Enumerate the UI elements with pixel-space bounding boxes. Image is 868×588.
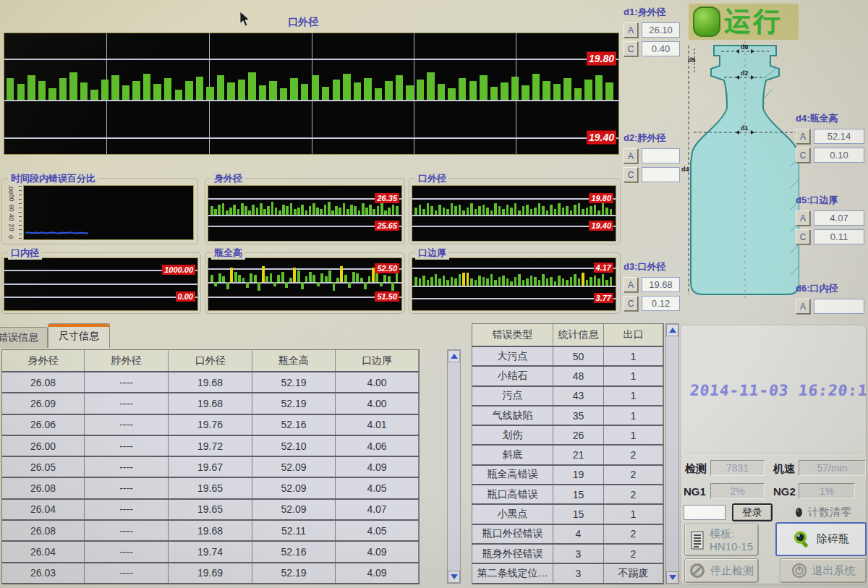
dim-value-c[interactable]: 0.12 [642,296,680,311]
dim-value-a[interactable] [814,299,864,314]
dim-key-a[interactable]: A [624,277,638,292]
table-row[interactable]: 26.09----19.6852.194.00 [2,393,419,414]
dim-key-a[interactable]: A [796,129,810,144]
dim-key-a[interactable]: A [624,148,638,163]
chart-bar [59,78,67,100]
dim-value-c[interactable]: 0.10 [814,148,864,163]
dim-key-c[interactable]: C [624,296,638,311]
ng1-label: NG1 [684,485,706,498]
scroll-up-button[interactable] [666,324,678,336]
dim-key-a[interactable]: A [796,210,810,226]
dim-value-a[interactable]: 4.07 [814,210,864,226]
dim-value-c[interactable]: 0.11 [814,229,864,244]
chart-bar [372,268,375,282]
table-row[interactable]: 26.03----19.6952.194.09 [2,563,419,584]
table-row[interactable]: 小黑点151 [472,505,663,524]
chart-bar [294,209,297,215]
run-status-lamp-icon [693,7,720,37]
column-header[interactable]: 脖外径 [85,350,169,371]
scroll-down-button[interactable] [666,571,678,584]
table-cell: 15 [553,485,604,503]
chart-bar [526,278,529,286]
table-row[interactable]: 斜底212 [472,446,663,465]
lip-chart-title: 口边厚 [415,247,449,260]
chart-bar [301,282,304,289]
chart-bar [101,80,109,100]
mouth-id-chart-plot: 1000.00 0.00 [4,257,198,311]
dim-value-c[interactable]: 0.40 [642,41,680,56]
table-row[interactable]: 26.05----19.6752.094.09 [2,457,419,478]
table-row[interactable]: 26.08----19.6852.194.00 [2,372,419,393]
dim-value-a[interactable] [642,148,680,163]
dim-value-a[interactable]: 19.68 [642,277,680,292]
column-header[interactable]: 瓶全高 [252,350,336,371]
lower-limit-label: 0.00 [176,291,195,302]
scroll-up-button[interactable] [448,350,460,362]
chart-bar [448,88,455,100]
column-header[interactable]: 身外径 [2,350,85,371]
table-row[interactable]: 大污点501 [472,347,663,367]
exit-system-button[interactable]: 退出系统 [780,558,867,583]
lower-limit-label: 51.50 [375,291,399,302]
chart-bar [210,275,213,282]
counter-reset-button[interactable]: 计数清零 [783,503,864,521]
dim-key-a[interactable]: A [796,299,810,314]
table-row[interactable]: 瓶口外径错误42 [472,525,663,545]
template-button[interactable]: 模板:HN10-15 [684,524,759,556]
scroll-down-button[interactable] [448,571,460,583]
column-header[interactable]: 统计信息 [553,324,604,346]
dim-key-a[interactable]: A [624,22,638,38]
stop-icon [689,563,705,579]
tab-error-info[interactable]: 错误信息 [0,327,48,348]
detect-label: 检测 [685,462,707,476]
login-button[interactable]: 登录 [732,503,773,521]
chart-bar [518,210,521,215]
dim-key-c[interactable]: C [796,148,810,163]
remove-broken-bottle-button[interactable]: 除碎瓶 [775,522,867,556]
column-header[interactable]: 口边厚 [336,350,419,371]
chart-bar [336,278,339,282]
column-header[interactable]: 出口 [604,324,663,346]
table-row[interactable]: 26.04----19.7452.164.09 [2,542,419,563]
chart-bar [281,272,284,282]
chart-bar [348,282,351,288]
table-row[interactable]: 瓶全高错误192 [472,466,663,485]
table-row[interactable]: 污点431 [472,387,663,406]
error-table-scrollbar[interactable] [665,323,679,584]
table-row[interactable]: 瓶口高错误152 [472,485,663,505]
dim-value-a[interactable]: 26.10 [642,22,680,38]
column-header[interactable]: 口外径 [169,350,252,371]
axis-tick-marks [19,186,22,240]
chart-bar [538,203,541,215]
column-header[interactable]: 错误类型 [472,324,553,346]
table-row[interactable]: 26.00----19.7252.104.06 [2,436,419,457]
chart-bar [90,90,98,100]
stop-detection-button[interactable]: 停止检测 [684,558,759,583]
table-row[interactable]: 26.08----19.6852.114.05 [2,521,419,542]
table-row[interactable]: 26.04----19.6552.094.07 [2,500,419,521]
dim-key-c[interactable]: C [624,41,638,56]
chart-bar [490,274,493,286]
table-cell: 4.00 [336,393,419,413]
chart-bar [522,85,529,100]
error-table: 错误类型统计信息出口大污点501小结石481污点431气线缺陷351划伤261斜… [472,323,664,584]
table-row[interactable]: 划伤261 [472,426,663,446]
size-table-scrollbar[interactable] [447,349,461,584]
table-row[interactable]: 瓶身外径错误32 [472,545,663,564]
chart-bar [335,206,338,215]
chart-bar [238,275,241,282]
table-row[interactable]: 气线缺陷351 [472,406,663,426]
chart-bar [550,205,553,215]
dim-value-a[interactable]: 52.14 [814,129,864,144]
dim-key-c[interactable]: C [796,229,810,244]
table-row[interactable]: 26.08----19.6552.094.05 [2,478,419,499]
table-cell: 26 [553,426,604,444]
table-row[interactable]: 26.06----19.7652.164.01 [2,415,419,436]
chart-bar [227,82,234,100]
password-input[interactable] [684,505,726,520]
dim-key-c[interactable]: C [624,167,638,182]
table-row[interactable]: 小结石481 [472,367,663,386]
tab-size-info[interactable]: 尺寸信息 [48,323,110,348]
table-row[interactable]: 第二条线定位…3不踢废 [472,564,663,584]
dim-value-c[interactable] [642,167,680,182]
